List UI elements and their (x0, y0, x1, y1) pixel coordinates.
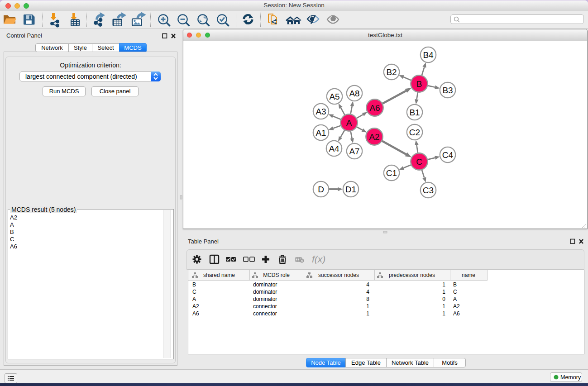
svg-text:A2: A2 (369, 132, 379, 142)
svg-text:A1: A1 (316, 128, 326, 138)
svg-text:A6: A6 (369, 103, 380, 113)
svg-text:C: C (416, 157, 422, 167)
svg-text:B4: B4 (423, 50, 434, 60)
svg-text:A8: A8 (349, 89, 359, 98)
svg-text:B1: B1 (409, 108, 420, 117)
svg-text:C1: C1 (386, 168, 397, 178)
svg-text:C2: C2 (409, 128, 420, 137)
svg-text:A5: A5 (329, 92, 339, 101)
svg-text:D1: D1 (345, 185, 356, 194)
svg-text:A7: A7 (349, 147, 359, 156)
svg-text:f(x): f(x) (312, 254, 325, 264)
svg-text:A4: A4 (329, 144, 339, 153)
svg-text:D: D (318, 185, 324, 194)
svg-text:C3: C3 (423, 186, 434, 195)
svg-text:B3: B3 (442, 86, 453, 95)
svg-text:A: A (346, 118, 352, 128)
svg-text:C4: C4 (442, 150, 454, 160)
svg-text:B: B (416, 79, 422, 89)
svg-text:A3: A3 (316, 107, 326, 116)
svg-text:B2: B2 (386, 67, 397, 77)
